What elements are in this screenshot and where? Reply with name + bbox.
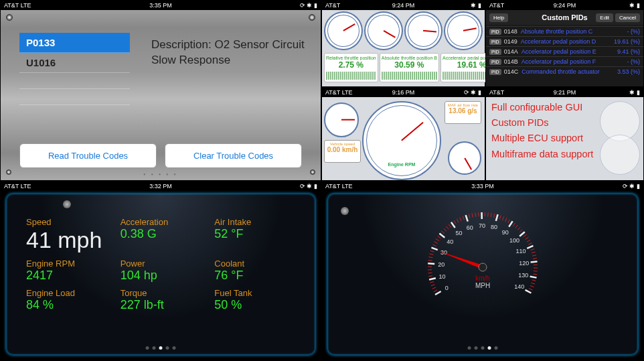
svg-line-51 [502, 216, 503, 220]
svg-line-22 [436, 239, 439, 241]
status-bar: AT&T LTE 3:32 PM ⟳ ✱ ▮ [1, 182, 321, 191]
svg-line-23 [438, 236, 441, 238]
svg-line-12 [428, 263, 434, 264]
pid-row[interactable]: PID014CCommanded throttle actuator3.53 (… [486, 66, 643, 76]
svg-text:50: 50 [455, 230, 462, 236]
svg-text:90: 90 [502, 229, 509, 236]
clear-codes-button[interactable]: Clear Trouble Codes [165, 143, 302, 168]
status-bar: AT&T 9:24 PM ✱ ▮ [322, 1, 485, 10]
svg-line-68 [531, 248, 535, 250]
page-dots: ● ● ● ● ● [143, 172, 178, 176]
carrier-label: AT&T LTE [4, 2, 31, 9]
svg-line-40 [475, 213, 476, 217]
svg-text:10: 10 [439, 273, 446, 280]
svg-line-15 [428, 257, 432, 258]
pid-row[interactable]: PID014BAccelerator pedal position F- (%) [486, 56, 643, 66]
svg-line-59 [519, 230, 522, 232]
svg-line-82 [530, 285, 534, 287]
svg-line-9 [428, 273, 432, 273]
page-dots[interactable] [146, 346, 176, 350]
svg-line-65 [528, 243, 532, 245]
clock: 3:35 PM [149, 2, 172, 9]
custom-pids-panel: AT&T 9:24 PM ✱ ▮ Help Custom PIDs Edit C… [485, 0, 644, 87]
page-dots[interactable] [468, 346, 498, 350]
read-codes-button[interactable]: Read Trouble Codes [19, 143, 157, 168]
svg-text:70: 70 [479, 222, 485, 229]
pid-list[interactable]: PID0148Absolute throttle position C- (%)… [486, 26, 643, 76]
svg-line-2 [434, 290, 437, 292]
cancel-button[interactable]: Cancel [615, 13, 640, 22]
code-list[interactable]: P0133 U1016 [19, 33, 130, 105]
status-bar: AT&T 9:24 PM ✱ ▮ [486, 1, 643, 10]
pid-row[interactable]: PID014AAccelerator pedal position E9.41 … [486, 46, 643, 56]
svg-line-18 [431, 248, 437, 250]
svg-line-35 [463, 216, 464, 220]
help-button[interactable]: Help [489, 13, 508, 22]
percent-readout[interactable]: Relative throttle position2.75 % [324, 53, 378, 82]
svg-line-57 [515, 225, 518, 228]
svg-line-38 [469, 214, 470, 218]
pid-row[interactable]: PID0148Absolute throttle position C- (%) [486, 26, 643, 36]
power-metric: Power104 hp [120, 259, 208, 283]
svg-line-30 [451, 222, 455, 228]
digital-dashboard-panel: AT&T LTE 3:32 PM ⟳ ✱ ▮ Speed41 mph Accel… [0, 181, 321, 361]
svg-text:130: 130 [518, 272, 528, 279]
analog-cluster-panel: AT&T LTE 3:33 PM ⟳ ✱ ▮ 01020304050607080… [321, 181, 644, 361]
mini-gauge[interactable] [324, 11, 363, 50]
svg-text:140: 140 [514, 283, 524, 290]
percent-readout[interactable]: Absolute throttle position B30.59 % [380, 53, 439, 82]
fuel-gauge[interactable] [448, 141, 481, 175]
svg-line-83 [529, 289, 532, 290]
orb-icon [63, 200, 71, 208]
mini-gauge[interactable] [404, 11, 443, 50]
maf-readout[interactable]: MAF air flow rate 13.06 g/s [445, 101, 481, 124]
svg-line-78 [530, 277, 537, 278]
status-bar: AT&T LTE 3:35 PM ⟳ ✱ ▮ [1, 1, 321, 10]
rpm-gauge[interactable]: Engine RPM [362, 101, 441, 180]
edit-button[interactable]: Edit [596, 13, 613, 22]
air-intake-metric: Air Intake52 °F [214, 217, 302, 253]
page-title: Custom PIDs [542, 13, 587, 21]
svg-line-6 [429, 278, 436, 279]
svg-line-66 [527, 246, 533, 248]
svg-text:120: 120 [519, 260, 529, 267]
svg-text:80: 80 [491, 224, 497, 230]
svg-line-77 [533, 274, 537, 275]
svg-text:60: 60 [467, 224, 473, 231]
svg-line-81 [531, 283, 535, 284]
svg-line-70 [532, 255, 536, 256]
pid-row[interactable]: PID0149Accelerator pedal position D19.61… [486, 36, 643, 46]
svg-line-45 [488, 212, 489, 216]
svg-text:40: 40 [447, 238, 453, 245]
svg-line-20 [432, 244, 436, 246]
svg-point-87 [479, 263, 487, 271]
svg-line-29 [449, 224, 451, 228]
speed-metric: Speed41 mph [26, 217, 114, 253]
small-gauge[interactable] [324, 102, 359, 137]
speedometer[interactable]: 0102030405060708090100110120130140 km/hM… [422, 207, 543, 328]
dtc-code-item[interactable]: U1016 [19, 53, 130, 73]
rpm-metric: Engine RPM2417 [26, 259, 114, 283]
svg-line-63 [526, 237, 529, 239]
svg-line-54 [509, 221, 512, 226]
svg-line-56 [513, 223, 515, 226]
mini-gauge[interactable] [444, 11, 483, 50]
svg-line-33 [457, 219, 459, 222]
svg-text:20: 20 [438, 261, 445, 268]
orb-icon [341, 207, 349, 215]
big-gauge-panel: AT&T LTE 9:16 PM ⟳ ✱ ▮ Engine RPM MAF ai… [321, 87, 485, 181]
coolant-metric: Coolant76 °F [214, 259, 302, 283]
svg-line-58 [517, 227, 520, 230]
mini-gauge[interactable] [364, 11, 403, 50]
svg-line-69 [532, 252, 536, 253]
svg-line-17 [430, 250, 434, 252]
svg-text:110: 110 [516, 248, 526, 255]
svg-line-80 [532, 280, 536, 281]
features-panel: AT&T 9:21 PM ✱ ▮ Full configurable GUI C… [485, 87, 644, 181]
svg-line-52 [505, 218, 507, 221]
dtc-code-item[interactable]: P0133 [19, 33, 130, 53]
svg-line-50 [499, 216, 501, 220]
speed-readout[interactable]: Vehicle speed 0.00 km/h [324, 140, 361, 163]
feature-list: Full configurable GUI Custom PIDs Multip… [491, 100, 593, 162]
svg-line-34 [460, 218, 462, 221]
